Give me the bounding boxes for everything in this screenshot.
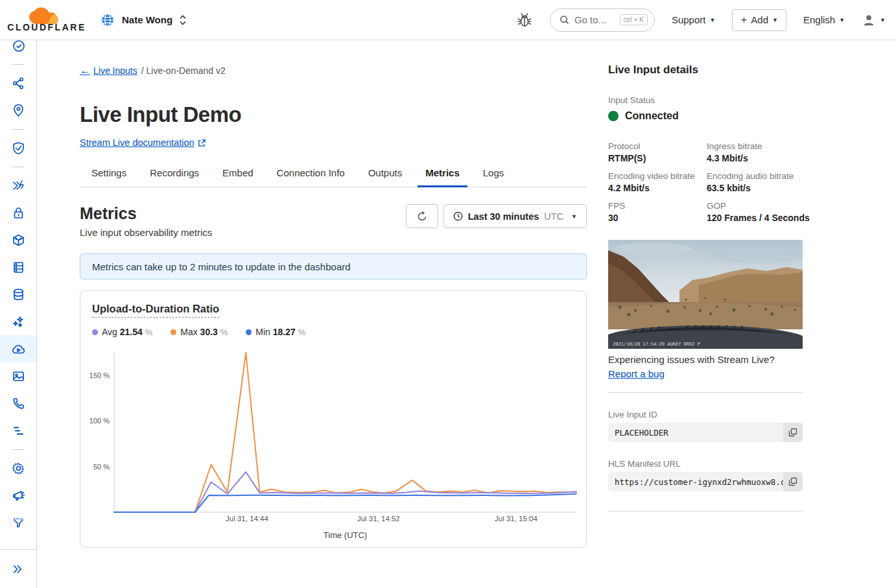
sidebar-item-logs[interactable] bbox=[0, 417, 36, 444]
sidebar-item-storage[interactable] bbox=[0, 253, 36, 281]
sidebar-nav bbox=[0, 40, 37, 588]
tab-connection-info[interactable]: Connection Info bbox=[269, 162, 353, 187]
support-label: Support bbox=[672, 14, 706, 25]
detail-ingress-bitrate: Ingress bitrate4.3 Mbit/s bbox=[707, 141, 803, 163]
sidebar-item-location[interactable] bbox=[0, 97, 36, 124]
sidebar-item-notifications[interactable] bbox=[0, 482, 36, 509]
external-link-icon bbox=[198, 139, 206, 147]
user-menu[interactable]: ▼ bbox=[862, 13, 886, 27]
sidebar-item-network[interactable] bbox=[0, 69, 36, 97]
bars-icon bbox=[12, 424, 25, 438]
sidebar-item-calls[interactable] bbox=[0, 390, 36, 417]
time-range-tz: UTC bbox=[544, 211, 563, 222]
legend-min: Min 18.27 % bbox=[246, 327, 305, 337]
sidebar-item-workers[interactable] bbox=[0, 226, 36, 253]
map-pin-icon bbox=[12, 104, 25, 117]
status-connected-dot bbox=[608, 111, 619, 121]
tab-settings[interactable]: Settings bbox=[84, 162, 134, 187]
server-stack-icon bbox=[12, 261, 25, 274]
stream-docs-link[interactable]: Stream Live documentation bbox=[80, 137, 195, 148]
lightning-chevrons-icon bbox=[12, 179, 25, 193]
sidebar-item-images[interactable] bbox=[0, 362, 36, 390]
issues-text: Experiencing issues with Stream Live? bbox=[608, 354, 803, 365]
chevron-down-icon: ▼ bbox=[839, 17, 845, 23]
svg-text:100 %: 100 % bbox=[89, 417, 110, 425]
sparkles-icon bbox=[12, 315, 25, 329]
sidebar-item-database[interactable] bbox=[0, 281, 36, 308]
tab-embed[interactable]: Embed bbox=[215, 162, 261, 187]
sidebar-divider bbox=[0, 444, 36, 454]
chart-legend: Avg 21.54 %Max 30.3 %Min 18.27 % bbox=[92, 327, 574, 337]
refresh-button[interactable] bbox=[406, 204, 438, 228]
cloudflare-logo[interactable]: CLOUDFLARE bbox=[10, 7, 83, 32]
tab-outputs[interactable]: Outputs bbox=[360, 162, 410, 187]
sidebar-item-speed[interactable] bbox=[0, 172, 36, 199]
sidebar-item-ssl[interactable] bbox=[0, 199, 36, 226]
sidebar-divider bbox=[0, 124, 36, 134]
add-label: Add bbox=[751, 14, 768, 25]
gear-icon bbox=[12, 462, 25, 475]
detail-encoding-audio-bitrate: Encoding audio bitrate63.5 kbit/s bbox=[707, 171, 803, 193]
svg-text:Jul 31, 15:04: Jul 31, 15:04 bbox=[495, 515, 537, 523]
tab-recordings[interactable]: Recordings bbox=[142, 162, 207, 187]
clock-icon bbox=[453, 211, 463, 221]
tab-metrics[interactable]: Metrics bbox=[418, 162, 467, 187]
cube-icon bbox=[12, 233, 25, 247]
sidebar-item-zero-trust[interactable] bbox=[0, 134, 36, 161]
tab-logs[interactable]: Logs bbox=[475, 162, 512, 187]
megaphone-icon bbox=[12, 489, 25, 502]
metrics-subtitle: Live input observability metrics bbox=[80, 227, 212, 238]
svg-text:50 %: 50 % bbox=[93, 463, 110, 471]
search-placeholder: Go to... bbox=[574, 14, 615, 25]
search-icon bbox=[560, 15, 569, 25]
breadcrumb-current: / Live-on-Demand v2 bbox=[141, 65, 226, 76]
sidebar-item-overview[interactable] bbox=[0, 32, 36, 59]
support-menu[interactable]: Support ▼ bbox=[672, 14, 715, 25]
detail-encoding-video-bitrate: Encoding video bitrate4.2 Mbit/s bbox=[608, 171, 707, 193]
chart-card: Upload-to-Duration Ratio Avg 21.54 %Max … bbox=[80, 290, 587, 548]
svg-text:Jul 31, 14:52: Jul 31, 14:52 bbox=[357, 515, 400, 523]
bug-report-icon[interactable] bbox=[516, 12, 533, 29]
legend-max: Max 30.3 % bbox=[171, 327, 228, 337]
top-header: CLOUDFLARE Nate Wong bbox=[0, 0, 896, 40]
report-bug-link[interactable]: Report a bug bbox=[608, 368, 665, 379]
metrics-info-banner: Metrics can take up to 2 minutes to upda… bbox=[80, 253, 587, 279]
language-label: English bbox=[803, 14, 835, 25]
detail-gop: GOP120 Frames / 4 Seconds bbox=[707, 201, 803, 223]
legend-avg: Avg 21.54 % bbox=[92, 327, 152, 337]
hls-manifest-value: https://customer-igynxd2rwhmuoxw8.cloudf bbox=[608, 472, 783, 491]
sidebar-item-stream[interactable] bbox=[0, 335, 36, 362]
copy-input-id-button[interactable] bbox=[783, 423, 803, 442]
detail-fps: FPS30 bbox=[608, 201, 707, 223]
add-button[interactable]: + Add ▼ bbox=[732, 9, 786, 31]
chevron-down-icon: ▼ bbox=[880, 17, 886, 23]
cloud-play-icon bbox=[12, 342, 25, 356]
chevron-down-icon: ▼ bbox=[571, 213, 577, 220]
sidebar-item-settings[interactable] bbox=[0, 454, 36, 482]
shield-arrow-icon bbox=[12, 141, 25, 155]
share-nodes-icon bbox=[12, 76, 25, 90]
language-menu[interactable]: English ▼ bbox=[803, 14, 845, 25]
copy-icon bbox=[788, 428, 797, 437]
back-arrow-icon: ← bbox=[80, 65, 90, 76]
copy-hls-button[interactable] bbox=[783, 472, 803, 491]
phone-icon bbox=[12, 397, 25, 410]
global-search[interactable]: Go to... ctrl + K bbox=[550, 8, 655, 32]
funnel-icon bbox=[12, 516, 25, 530]
breadcrumb-live-inputs-link[interactable]: ←Live Inputs bbox=[80, 65, 137, 76]
account-switcher[interactable]: Nate Wong bbox=[100, 12, 187, 28]
svg-text:Time (UTC): Time (UTC) bbox=[324, 530, 367, 540]
sidebar-collapse[interactable] bbox=[0, 549, 36, 588]
hls-manifest-field: https://customer-igynxd2rwhmuoxw8.cloudf bbox=[608, 472, 803, 491]
input-status-label: Input Status bbox=[608, 95, 803, 105]
svg-text:150 %: 150 % bbox=[89, 371, 110, 379]
live-input-id-field: PLACEHOLDER bbox=[608, 423, 803, 442]
account-expand-icon bbox=[179, 14, 187, 26]
sidebar-item-ai[interactable] bbox=[0, 308, 36, 335]
input-status-value: Connected bbox=[625, 110, 679, 122]
account-name: Nate Wong bbox=[122, 14, 172, 25]
search-shortcut-badge: ctrl + K bbox=[620, 14, 648, 25]
detail-protocol: ProtocolRTMP(S) bbox=[608, 141, 707, 163]
sidebar-item-filter[interactable] bbox=[0, 509, 36, 536]
time-range-dropdown[interactable]: Last 30 minutes UTC ▼ bbox=[443, 204, 587, 228]
